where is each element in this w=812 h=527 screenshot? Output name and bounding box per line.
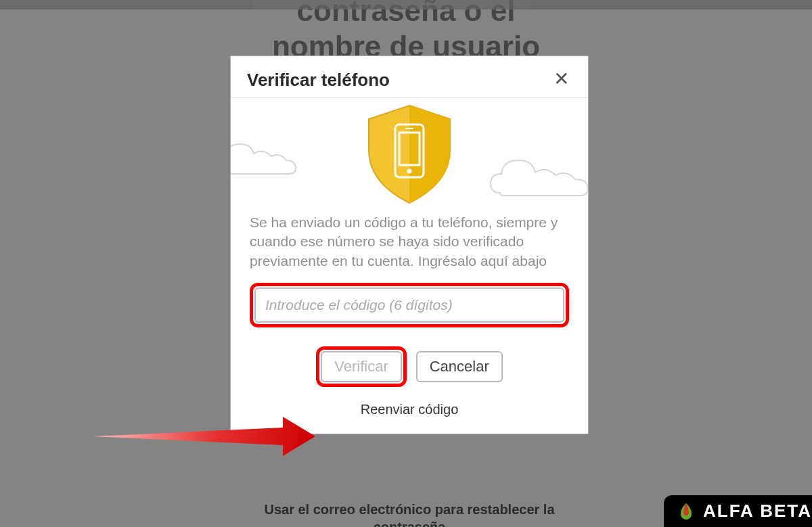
cloud-right-icon — [487, 145, 588, 206]
modal-header: Verificar teléfono ✕ — [231, 56, 588, 98]
close-button[interactable]: ✕ — [551, 70, 572, 89]
close-icon: ✕ — [554, 68, 569, 89]
verify-phone-modal: Verificar teléfono ✕ Se ha enviado un có… — [230, 55, 589, 434]
input-highlight-annotation — [250, 283, 569, 327]
modal-body: Se ha enviado un código a tu teléfono, s… — [231, 213, 588, 434]
arrow-annotation-icon — [93, 413, 317, 460]
button-row: Verificar Cancelar — [250, 346, 569, 387]
verify-highlight-annotation: Verificar — [316, 346, 406, 387]
watermark-text: ALFA BETA — [703, 501, 812, 522]
verify-button[interactable]: Verificar — [321, 351, 401, 382]
watermark-logo-icon — [676, 501, 696, 522]
instructions-text: Se ha enviado un código a tu teléfono, s… — [250, 213, 569, 271]
svg-marker-4 — [93, 417, 315, 456]
watermark: ALFA BETA — [664, 495, 812, 527]
cancel-button[interactable]: Cancelar — [416, 351, 503, 382]
modal-title: Verificar teléfono — [247, 70, 390, 91]
svg-point-2 — [407, 169, 412, 174]
shield-phone-icon — [359, 100, 460, 211]
use-email-link[interactable]: Usar el correo electrónico para restable… — [230, 501, 589, 527]
code-input[interactable] — [254, 288, 564, 323]
cloud-left-icon — [231, 131, 312, 185]
modal-illustration — [231, 98, 588, 213]
